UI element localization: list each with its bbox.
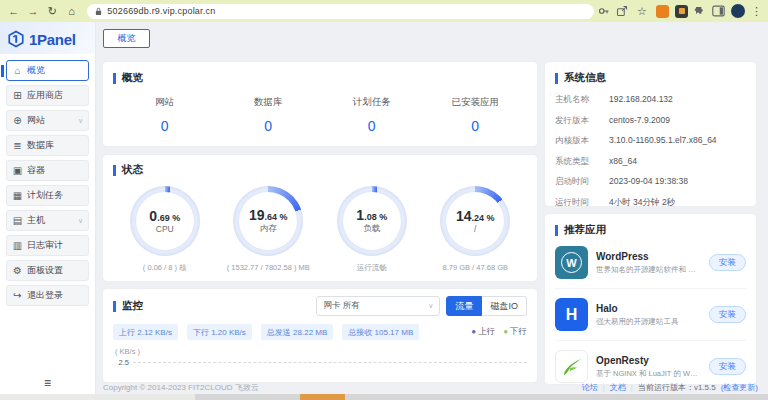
overview-title: 概览 bbox=[113, 71, 527, 85]
app-name: WordPress bbox=[596, 251, 699, 262]
chevron-down-icon: ∨ bbox=[428, 302, 433, 310]
disk-donut: 14.24 % / bbox=[440, 186, 510, 256]
gridline bbox=[133, 362, 527, 363]
sidebar-item-cronjob[interactable]: ▦ 计划任务 bbox=[6, 185, 89, 206]
forward-icon[interactable]: → bbox=[25, 5, 40, 17]
app-desc: 强大易用的开源建站工具 bbox=[596, 317, 679, 327]
boot-time-value: 2023-09-04 19:38:38 bbox=[609, 176, 746, 188]
stat-databases: 数据库 0 bbox=[217, 96, 321, 134]
app-row-openresty: OpenResty 基于 NGINX 和 LuaJIT 的 Web 平台 安装 bbox=[555, 341, 746, 384]
status-card: 状态 0.69 % CPU ( 0.06 / 8 ) 核 19.64 % 内存 … bbox=[103, 155, 537, 281]
browser-menu-icon[interactable]: ⋮ bbox=[751, 5, 762, 18]
arch-label: 系统类型 bbox=[555, 156, 609, 168]
openresty-bird-icon bbox=[560, 355, 584, 379]
share-icon[interactable] bbox=[616, 5, 628, 17]
logout-icon: ↪ bbox=[12, 290, 23, 301]
status-title: 状态 bbox=[113, 163, 527, 177]
app-store-icon: ⊞ bbox=[12, 90, 23, 101]
install-halo-button[interactable]: 安装 bbox=[709, 306, 746, 323]
app-name: OpenResty bbox=[596, 355, 699, 366]
y-tick: 2.5 bbox=[113, 358, 129, 367]
gauge-load: 1.08 % 负载 运行流畅 bbox=[320, 186, 424, 273]
home-icon: ⌂ bbox=[12, 65, 23, 76]
kernel-label: 内核版本 bbox=[555, 135, 609, 147]
database-icon: ≣ bbox=[12, 140, 23, 151]
copyright-text: Copyright © 2014-2023 FIT2CLOUD 飞致云 bbox=[103, 382, 259, 393]
arch-value: x86_64 bbox=[609, 156, 746, 168]
legend-upload[interactable]: ●上行 bbox=[471, 326, 495, 338]
version-text: 当前运行版本：v1.5.5 bbox=[638, 382, 716, 393]
sidebar: 1Panel ⌂ 概览 ⊞ 应用商店 ⊕ 网站 ∨ ≣ 数据库 ▣ 容器 ▦ 计… bbox=[0, 22, 96, 394]
sidebar-item-app-store[interactable]: ⊞ 应用商店 bbox=[6, 85, 89, 106]
monitor-title: 监控 bbox=[113, 299, 143, 313]
stat-cronjobs-value[interactable]: 0 bbox=[320, 118, 424, 134]
wordpress-icon: W bbox=[555, 246, 588, 279]
sidebar-item-overview[interactable]: ⌂ 概览 bbox=[6, 60, 89, 81]
memory-detail: ( 1532.77 / 7802.58 ) MB bbox=[217, 263, 321, 272]
extension-icon[interactable] bbox=[675, 5, 688, 18]
tab-traffic[interactable]: 流量 bbox=[446, 296, 482, 316]
sidebar-item-panel-settings[interactable]: ⚙ 面板设置 bbox=[6, 260, 89, 281]
sidebar-collapse-icon[interactable]: ≡ bbox=[44, 376, 51, 390]
sidebar-item-logout[interactable]: ↪ 退出登录 bbox=[6, 285, 89, 306]
taskbar-strip bbox=[0, 394, 768, 400]
metamask-extension-icon[interactable] bbox=[656, 5, 669, 18]
logo-text: 1Panel bbox=[29, 31, 76, 48]
home-icon[interactable]: ⌂ bbox=[64, 5, 79, 17]
app-name: Halo bbox=[596, 303, 679, 314]
container-icon: ▣ bbox=[12, 165, 23, 176]
sidebar-item-host[interactable]: ▤ 主机 ∨ bbox=[6, 210, 89, 231]
key-icon[interactable] bbox=[598, 5, 610, 17]
install-openresty-button[interactable]: 安装 bbox=[709, 358, 746, 375]
load-donut: 1.08 % 负载 bbox=[337, 186, 407, 256]
bookmark-star-icon[interactable]: ☆ bbox=[634, 5, 650, 18]
chart-legend: ●上行 ●下行 bbox=[471, 326, 527, 338]
badge-total-received: 总接收 105.17 MB bbox=[342, 324, 419, 340]
globe-icon: ⊕ bbox=[12, 115, 23, 126]
install-wordpress-button[interactable]: 安装 bbox=[709, 254, 746, 271]
host-icon: ▤ bbox=[12, 215, 23, 226]
sidebar-item-website[interactable]: ⊕ 网站 ∨ bbox=[6, 110, 89, 131]
app-desc: 世界知名的开源建站软件和 CMS 系统 bbox=[596, 265, 699, 275]
forum-link[interactable]: 论坛 bbox=[582, 382, 598, 393]
chevron-down-icon: ∨ bbox=[78, 217, 83, 225]
sidebar-menu: ⌂ 概览 ⊞ 应用商店 ⊕ 网站 ∨ ≣ 数据库 ▣ 容器 ▦ 计划任务 ▤ 主… bbox=[6, 60, 89, 306]
badge-upload-speed: 上行 2.12 KB/s bbox=[113, 324, 178, 340]
extensions-puzzle-icon[interactable] bbox=[694, 5, 706, 17]
address-bar[interactable]: 502669db.r9.vip.cpolar.cn bbox=[87, 4, 594, 19]
logo[interactable]: 1Panel bbox=[0, 22, 95, 54]
docs-link[interactable]: 文档 bbox=[610, 382, 626, 393]
gauge-cpu: 0.69 % CPU ( 0.06 / 8 ) 核 bbox=[113, 186, 217, 273]
check-update-link[interactable]: (检查更新) bbox=[721, 382, 758, 393]
sidebar-item-database[interactable]: ≣ 数据库 bbox=[6, 135, 89, 156]
logs-icon: ▥ bbox=[12, 240, 23, 251]
tab-overview[interactable]: 概览 bbox=[103, 29, 150, 48]
sidebar-item-log-audit[interactable]: ▥ 日志审计 bbox=[6, 235, 89, 256]
cpu-detail: ( 0.06 / 8 ) 核 bbox=[113, 263, 217, 273]
reload-icon[interactable]: ↻ bbox=[45, 5, 60, 18]
sidebar-item-container[interactable]: ▣ 容器 bbox=[6, 160, 89, 181]
browser-toolbar: ← → ↻ ⌂ 502669db.r9.vip.cpolar.cn ☆ ⋮ bbox=[0, 0, 768, 22]
stat-databases-value[interactable]: 0 bbox=[217, 118, 321, 134]
hostname-label: 主机名称 bbox=[555, 94, 609, 106]
gauge-disk: 14.24 % / 8.79 GB / 47.68 GB bbox=[424, 186, 528, 273]
distro-label: 发行版本 bbox=[555, 115, 609, 127]
kernel-value: 3.10.0-1160.95.1.el7.x86_64 bbox=[609, 135, 746, 147]
badge-download-speed: 下行 1.20 KB/s bbox=[187, 324, 252, 340]
badge-total-sent: 总发送 28.22 MB bbox=[261, 324, 333, 340]
profile-avatar[interactable] bbox=[731, 4, 745, 18]
recommended-apps-card: 推荐应用 W WordPress 世界知名的开源建站软件和 CMS 系统 安装 … bbox=[545, 214, 756, 384]
gauge-memory: 19.64 % 内存 ( 1532.77 / 7802.58 ) MB bbox=[217, 186, 321, 273]
tab-disk-io[interactable]: 磁盘IO bbox=[482, 296, 527, 316]
stat-installed-apps-value[interactable]: 0 bbox=[424, 118, 528, 134]
app-desc: 基于 NGINX 和 LuaJIT 的 Web 平台 bbox=[596, 369, 699, 379]
distro-value: centos-7.9.2009 bbox=[609, 115, 746, 127]
uptime-label: 运行时间 bbox=[555, 197, 609, 209]
back-icon[interactable]: ← bbox=[6, 5, 21, 17]
sidepanel-icon[interactable] bbox=[712, 5, 725, 17]
cpu-donut: 0.69 % CPU bbox=[130, 186, 200, 256]
stat-websites-value[interactable]: 0 bbox=[113, 118, 217, 134]
network-card-select[interactable]: 网卡 所有 ∨ bbox=[316, 296, 440, 316]
uptime-value: 4小时 34分钟 2秒 bbox=[609, 197, 746, 209]
legend-download[interactable]: ●下行 bbox=[503, 326, 527, 338]
